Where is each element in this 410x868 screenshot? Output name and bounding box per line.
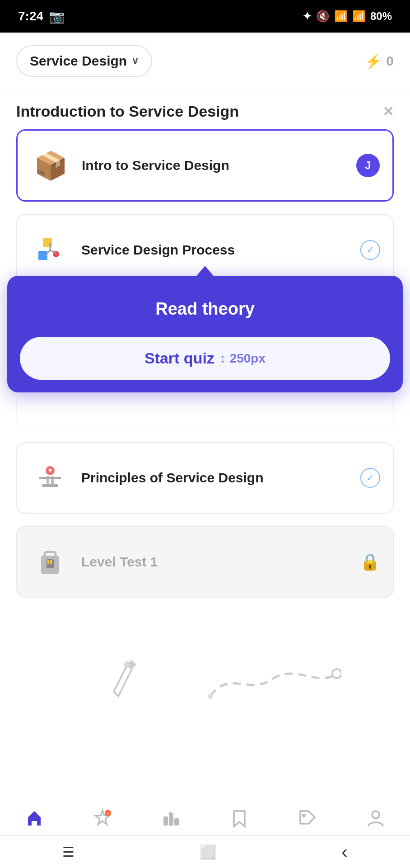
bottom-navigation: +: [0, 799, 410, 835]
svg-rect-6: [42, 484, 58, 487]
start-quiz-label: Start quiz: [144, 349, 214, 367]
svg-text:+: +: [107, 811, 109, 816]
dashed-path-icon: [206, 660, 341, 705]
svg-rect-16: [50, 560, 52, 564]
signal-icon: 📶: [352, 10, 366, 23]
svg-point-19: [208, 693, 213, 699]
lock-icon-leveltest: 🔒: [360, 552, 380, 571]
lesson-title-leveltest: Level Test 1: [81, 554, 349, 570]
chevron-down-icon: ∨: [131, 55, 139, 67]
popup-arrow: [195, 266, 215, 278]
bluetooth-icon: ✦: [303, 10, 312, 23]
svg-text:♥: ♥: [48, 467, 52, 474]
lesson-badge-intro: J: [356, 154, 380, 177]
lesson-title-intro: Intro to Service Design: [82, 158, 345, 173]
lesson-title-principles: Principles of Service Design: [81, 470, 349, 486]
lesson-card-leveltest: Level Test 1 🔒: [16, 526, 394, 598]
status-bar-right: ✦ 🔇 📶 📶 80%: [303, 10, 392, 23]
nav-item-bookmarks[interactable]: [229, 808, 249, 828]
header: Service Design ∨ ⚡ 0: [0, 33, 410, 90]
nav-item-missions[interactable]: +: [93, 808, 112, 828]
nav-item-leaderboard[interactable]: [161, 808, 181, 828]
check-icon-process: ✓: [360, 240, 380, 260]
lesson-card-principles[interactable]: ♥ Principles of Service Design ✓: [16, 442, 394, 514]
lesson-card-intro[interactable]: 📦 Intro to Service Design J: [16, 129, 394, 202]
svg-point-29: [372, 811, 379, 818]
menu-icon[interactable]: ☰: [62, 844, 75, 860]
content-area: 📦 Intro to Service Design J Service Desi…: [0, 129, 410, 710]
system-navigation-bar: ☰ ⬜ ‹: [0, 835, 410, 868]
battery-display: 80%: [370, 10, 392, 23]
svg-point-17: [125, 662, 130, 667]
lesson-icon-leveltest: [30, 542, 70, 582]
status-bar-left: 7:24 📷: [18, 9, 65, 24]
illustration-area: [16, 610, 394, 710]
lesson-title-process: Service Design Process: [81, 242, 349, 258]
svg-rect-24: [163, 816, 168, 826]
course-dropdown[interactable]: Service Design ∨: [16, 45, 152, 77]
lightning-icon: ⚡: [365, 53, 382, 69]
lesson-icon-intro: 📦: [30, 145, 71, 186]
svg-point-18: [332, 669, 341, 678]
svg-rect-26: [174, 818, 179, 826]
bottom-spacer: [0, 710, 410, 782]
status-bar: 7:24 📷 ✦ 🔇 📶 📶 80%: [0, 0, 410, 33]
svg-rect-20: [33, 821, 36, 826]
camera-icon: 📷: [49, 9, 65, 24]
nav-item-home[interactable]: [24, 808, 44, 828]
points-value: 0: [386, 53, 394, 69]
mute-icon: 🔇: [316, 10, 330, 23]
course-dropdown-label: Service Design: [30, 53, 127, 69]
back-button[interactable]: ‹: [341, 842, 347, 862]
section-title-text: Introduction to Service Design: [16, 103, 239, 120]
close-icon[interactable]: ✕: [382, 104, 394, 119]
start-quiz-button[interactable]: Start quiz ↕ 250px: [20, 337, 390, 380]
home-button[interactable]: ⬜: [200, 844, 216, 860]
lesson-icon-principles: ♥: [30, 458, 70, 498]
points-display: ⚡ 0: [365, 53, 394, 69]
nav-item-profile[interactable]: [366, 808, 386, 828]
section-title: Introduction to Service Design ✕: [0, 90, 410, 129]
wifi-icon: 📶: [334, 10, 348, 23]
svg-point-28: [302, 814, 306, 817]
svg-rect-15: [47, 560, 49, 564]
cursor-icon: ↕ 250px: [220, 351, 266, 366]
pen-tool-icon: [105, 656, 150, 701]
nav-item-tags[interactable]: [298, 808, 317, 828]
lesson-icon-process: [30, 230, 70, 270]
read-theory-button[interactable]: Read theory: [20, 290, 390, 328]
popup-overlay: Read theory Start quiz ↕ 250px: [7, 276, 403, 392]
time-display: 7:24: [18, 9, 43, 24]
check-icon-principles: ✓: [360, 468, 380, 488]
popup-container: Read theory Start quiz ↕ 250px 💡 Service…: [16, 285, 394, 429]
